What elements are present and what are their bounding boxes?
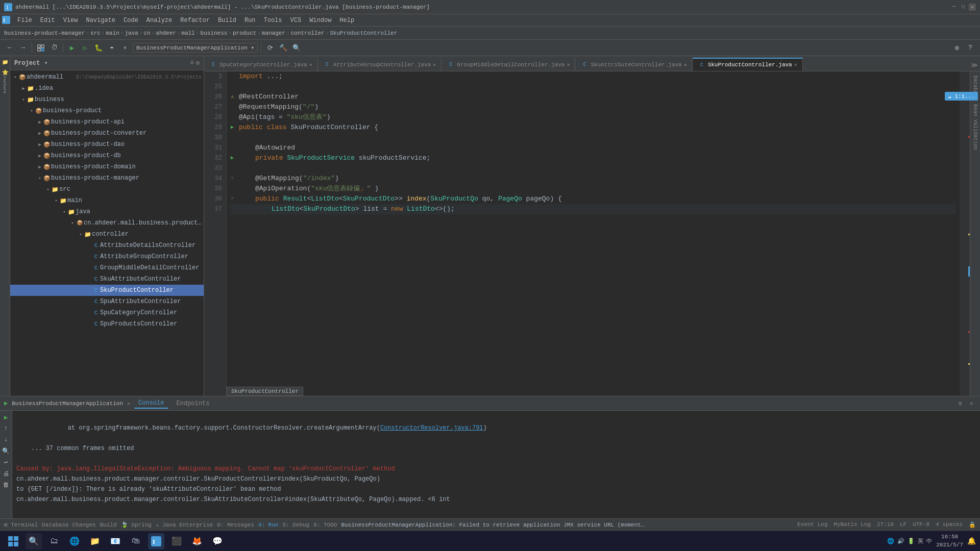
breadcrumb-manager[interactable]: manager (262, 30, 285, 36)
tree-attr-group[interactable]: ▶ C AttributeGroupController (10, 251, 204, 262)
tree-controller[interactable]: ▾ 📁 controller (10, 229, 204, 240)
breadcrumb-src[interactable]: src (90, 30, 101, 36)
tree-bp-manager[interactable]: ▾ 📦 business-product-manager (10, 172, 204, 184)
run-wrap-btn[interactable]: ↩ (2, 458, 11, 467)
menu-code[interactable]: Code (119, 16, 142, 25)
tree-src[interactable]: ▾ 📁 src (10, 184, 204, 195)
menu-analyze[interactable]: Analyze (142, 16, 176, 25)
tree-bp-domain[interactable]: ▶ 📦 business-product-domain (10, 161, 204, 172)
minimize-button[interactable]: ─ (950, 4, 958, 11)
status-event-log[interactable]: Event Log (797, 521, 827, 528)
breadcrumb-project[interactable]: business-product-manager (4, 30, 85, 36)
run-print-btn[interactable]: 🖨 (2, 469, 11, 478)
taskbar-browser-icon[interactable]: 🦊 (189, 533, 205, 549)
taskbar-edge-icon[interactable]: 🌐 (66, 533, 83, 549)
toolbar-update-btn[interactable]: ⟳ (264, 42, 276, 54)
taskbar-terminal-icon[interactable]: ⬛ (168, 533, 185, 549)
taskbar-store-icon[interactable]: 🛍 (128, 533, 144, 549)
status-debug[interactable]: 5: Debug (282, 522, 309, 528)
breadcrumb-ahdeer[interactable]: ahdeer (156, 30, 176, 36)
project-options-btn[interactable]: ⚙ (196, 59, 200, 67)
project-collapse-btn[interactable]: ≡ (190, 59, 194, 67)
tree-bp-api[interactable]: ▶ 📦 business-product-api (10, 116, 204, 128)
menu-window[interactable]: Window (305, 16, 335, 25)
status-run[interactable]: 4: Run (258, 522, 279, 528)
annotation-badge[interactable]: ☁ 1:1... (945, 92, 978, 101)
run-close-btn[interactable]: ✕ (127, 400, 130, 407)
tree-business-product[interactable]: ▾ 📦 business-product (10, 105, 204, 116)
toolbar-forward-btn[interactable]: → (17, 42, 29, 54)
toolbar-profile-btn[interactable]: ⚡ (119, 42, 131, 54)
tree-spu-attr[interactable]: ▶ C SpuAttributeController (10, 296, 204, 307)
menu-navigate[interactable]: Navigate (82, 16, 119, 25)
toolbar-debug-btn[interactable]: 🐛 (93, 42, 104, 54)
tree-sku-attr[interactable]: ▶ C SkuAttributeController (10, 273, 204, 285)
toolbar-settings-btn[interactable]: ⚙ (951, 42, 963, 54)
menu-view[interactable]: View (59, 16, 82, 25)
toolbar-build-btn[interactable]: 🔨 (278, 42, 289, 54)
toolbar-back-btn[interactable]: ← (4, 42, 15, 54)
code-editor[interactable]: ☁ 1:1... 3 25 26 27 28 29 30 31 32 33 34… (204, 71, 980, 396)
breadcrumb-product[interactable]: product (233, 30, 256, 36)
taskbar-time[interactable]: 16:58 2021/5/7 (936, 533, 963, 549)
breadcrumb-class[interactable]: SkuProductController (330, 30, 397, 36)
code-content[interactable]: import ...; ⚠ @RestController @RequestMa… (227, 71, 960, 396)
taskbar-battery-icon[interactable]: 🔋 (908, 538, 915, 544)
toolbar-search-btn[interactable]: 🔍 (291, 42, 302, 54)
tree-package[interactable]: ▾ 📦 cn.ahdeer.mall.business.product.ma (10, 217, 204, 229)
tab-group-middle[interactable]: C GroupMiddleDetailController.java ✕ (442, 58, 575, 71)
taskbar-volume-icon[interactable]: 🔊 (897, 538, 904, 544)
tab-close-sku-product[interactable]: ✕ (794, 62, 797, 68)
taskbar-network-icon[interactable]: 🌐 (887, 538, 894, 544)
tree-group-middle[interactable]: ▶ C GroupMiddleDetailController (10, 262, 204, 273)
maximize-button[interactable]: □ (960, 4, 967, 11)
status-db-changes[interactable]: Database Changes (42, 522, 96, 528)
menu-help[interactable]: Help (335, 16, 358, 25)
tab-close-attr-group[interactable]: ✕ (433, 62, 436, 68)
tab-close-spu-category[interactable]: ✕ (309, 62, 312, 68)
status-lf[interactable]: LF (900, 521, 906, 528)
tab-sku-attr[interactable]: C SkuAttributeController.java ✕ (575, 58, 692, 71)
activity-structure-icon[interactable]: Structure (1, 79, 9, 87)
toolbar-recent-btn[interactable]: ⏱ (48, 42, 60, 54)
status-encoding[interactable]: UTF-8 (913, 521, 929, 528)
tabs-more-btn[interactable]: ≫ (969, 60, 980, 71)
tree-attr-details[interactable]: ▶ C AttributeDetailsController (10, 240, 204, 251)
tree-java[interactable]: ▾ 📁 java (10, 206, 204, 217)
breadcrumb-cn[interactable]: cn (144, 30, 151, 36)
close-button[interactable]: ✕ (969, 4, 976, 11)
tab-spu-category[interactable]: C SpuCategoryController.java ✕ (204, 58, 318, 71)
output-link-1[interactable]: ConstructorResolver.java:791 (380, 424, 483, 432)
tree-business[interactable]: ▾ 📁 business (10, 94, 204, 105)
tab-close-sku-attr[interactable]: ✕ (684, 62, 687, 68)
status-build[interactable]: Build (100, 522, 117, 528)
status-indent[interactable]: 4 spaces (936, 521, 963, 528)
run-panel-settings-btn[interactable]: ⚙ (955, 399, 965, 408)
tree-root[interactable]: ▾ 📦 ahdeermall D:\CompanyEmploider\IDEA2… (10, 71, 204, 83)
run-config-selector[interactable]: BusinessProductManagerApplication ▾ (133, 43, 258, 53)
toolbar-project-btn[interactable] (35, 42, 46, 54)
taskbar-ime-icon[interactable]: 中 (926, 537, 932, 545)
run-restart-btn[interactable]: ▶ (2, 413, 11, 422)
tab-close-group-middle[interactable]: ✕ (567, 62, 570, 68)
menu-edit[interactable]: Edit (36, 16, 59, 25)
tree-sku-product[interactable]: ▶ C SkuProductController (10, 285, 204, 296)
tree-main[interactable]: ▾ 📁 main (10, 195, 204, 206)
toolbar-run-btn[interactable]: ▷ (80, 42, 91, 54)
taskbar-search-icon[interactable]: 🔍 (26, 533, 42, 549)
run-filter-btn[interactable]: 🔍 (2, 446, 11, 456)
taskbar-taskview-icon[interactable]: 🗂 (46, 533, 62, 549)
status-lock-icon[interactable]: 🔒 (969, 521, 976, 528)
run-scroll-up-btn[interactable]: ↑ (2, 424, 11, 433)
status-messages[interactable]: 0: Messages (217, 522, 254, 528)
run-scroll-down-btn[interactable]: ↓ (2, 435, 11, 444)
minimap[interactable] (960, 71, 970, 396)
status-spring[interactable]: 🍃 Spring (121, 521, 152, 528)
run-panel-close-btn[interactable]: ✕ (967, 399, 976, 408)
run-output[interactable]: at org.springframework.beans.factory.sup… (12, 411, 980, 518)
bean-validation-icon[interactable]: Bean Validation (971, 102, 979, 152)
status-position[interactable]: 27:19 (877, 521, 894, 528)
activity-project-icon[interactable]: 📁 (1, 58, 9, 66)
menu-tools[interactable]: Tools (260, 16, 286, 25)
run-tab-endpoints[interactable]: Endpoints (173, 399, 214, 408)
